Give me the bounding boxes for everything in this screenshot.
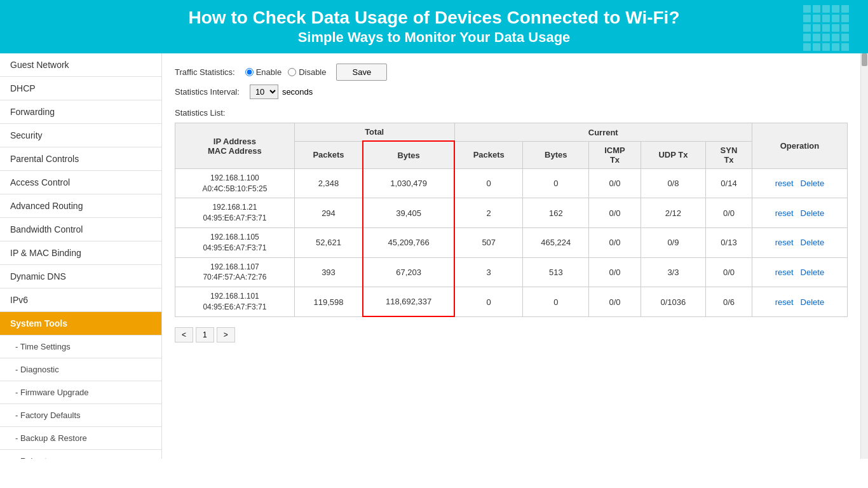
sidebar-item-parental-controls[interactable]: Parental Controls <box>0 147 161 171</box>
pagination: < 1 > <box>175 327 848 342</box>
sidebar-item-diagnostic[interactable]: - Diagnostic <box>0 358 161 381</box>
cell-operation: reset Delete <box>752 287 847 317</box>
cell-total-bytes: 67,203 <box>363 257 454 287</box>
cell-icmp-tx: 0/0 <box>589 257 641 287</box>
col-header-current-bytes: Bytes <box>523 141 589 168</box>
sidebar-item-firmware-upgrade[interactable]: - Firmware Upgrade <box>0 381 161 404</box>
header-title-line1: How to Check Data Usage of Devices Conne… <box>0 6 868 29</box>
col-header-total-bytes: Bytes <box>363 141 454 168</box>
sidebar-item-ipv6[interactable]: IPv6 <box>0 288 161 312</box>
cell-current-bytes: 0 <box>523 287 589 317</box>
cell-total-packets: 2,348 <box>294 168 363 198</box>
cell-current-bytes: 0 <box>523 168 589 198</box>
traffic-radio-group: Enable Disable <box>245 67 327 77</box>
delete-link[interactable]: Delete <box>801 208 825 218</box>
sidebar-item-system-tools[interactable]: System Tools <box>0 312 161 336</box>
reset-link[interactable]: reset <box>775 179 794 188</box>
sidebar-item-bandwidth-control[interactable]: Bandwidth Control <box>0 218 161 241</box>
header-decoration <box>803 5 849 51</box>
delete-link[interactable]: Delete <box>801 297 825 307</box>
reset-link[interactable]: reset <box>775 238 794 247</box>
traffic-controls: Traffic Statistics: Enable Disable Save <box>175 64 848 81</box>
delete-link[interactable]: Delete <box>801 238 825 247</box>
cell-operation: reset Delete <box>752 228 847 258</box>
sidebar: Guest Network DHCP Forwarding Security P… <box>0 53 162 459</box>
cell-udp-tx: 2/12 <box>641 198 705 228</box>
main-content: Traffic Statistics: Enable Disable Save … <box>162 53 860 459</box>
enable-radio-label[interactable]: Enable <box>245 67 281 77</box>
page-btn-1[interactable]: 1 <box>196 327 214 342</box>
sidebar-item-forwarding[interactable]: Forwarding <box>0 100 161 124</box>
statistics-list-label: Statistics List: <box>175 108 848 118</box>
sidebar-item-reboot[interactable]: - Reboot <box>0 450 161 459</box>
cell-udp-tx: 3/3 <box>641 257 705 287</box>
sidebar-item-dynamic-dns[interactable]: Dynamic DNS <box>0 265 161 288</box>
page-btn-prev[interactable]: < <box>175 327 193 342</box>
cell-syn-tx: 0/0 <box>706 257 752 287</box>
cell-current-bytes: 162 <box>523 198 589 228</box>
interval-unit: seconds <box>282 87 313 97</box>
scrollbar-thumb[interactable] <box>862 53 867 66</box>
reset-link[interactable]: reset <box>775 268 794 277</box>
cell-operation: reset Delete <box>752 198 847 228</box>
sidebar-item-security[interactable]: Security <box>0 124 161 147</box>
col-header-syn-tx: SYNTx <box>706 141 752 168</box>
cell-icmp-tx: 0/0 <box>589 228 641 258</box>
disable-radio-label[interactable]: Disable <box>288 67 326 77</box>
delete-link[interactable]: Delete <box>801 179 825 188</box>
sidebar-item-backup-restore[interactable]: - Backup & Restore <box>0 427 161 450</box>
cell-current-bytes: 513 <box>523 257 589 287</box>
sidebar-item-factory-defaults[interactable]: - Factory Defaults <box>0 404 161 427</box>
cell-total-bytes: 45,209,766 <box>363 228 454 258</box>
cell-current-bytes: 465,224 <box>523 228 589 258</box>
cell-ip-mac: 192.168.1.2104:95:E6:A7:F3:71 <box>175 198 295 228</box>
cell-udp-tx: 0/1036 <box>641 287 705 317</box>
cell-ip-mac: 192.168.1.10104:95:E6:A7:F3:71 <box>175 287 295 317</box>
interval-group: 5 10 20 30 seconds <box>250 85 313 99</box>
enable-radio[interactable] <box>245 68 254 76</box>
cell-current-packets: 0 <box>454 168 523 198</box>
enable-label: Enable <box>256 67 281 77</box>
cell-icmp-tx: 0/0 <box>589 168 641 198</box>
sidebar-item-dhcp[interactable]: DHCP <box>0 77 161 100</box>
cell-current-packets: 507 <box>454 228 523 258</box>
disable-radio[interactable] <box>288 68 296 76</box>
cell-current-packets: 0 <box>454 287 523 317</box>
cell-operation: reset Delete <box>752 168 847 198</box>
delete-link[interactable]: Delete <box>801 268 825 277</box>
col-header-udp-tx: UDP Tx <box>641 141 705 168</box>
main-layout: Guest Network DHCP Forwarding Security P… <box>0 53 868 459</box>
sidebar-item-advanced-routing[interactable]: Advanced Routing <box>0 194 161 218</box>
sidebar-item-time-settings[interactable]: - Time Settings <box>0 336 161 358</box>
cell-syn-tx: 0/6 <box>706 287 752 317</box>
table-row: 192.168.1.10104:95:E6:A7:F3:71 119,598 1… <box>175 287 848 317</box>
cell-icmp-tx: 0/0 <box>589 287 641 317</box>
cell-udp-tx: 0/9 <box>641 228 705 258</box>
reset-link[interactable]: reset <box>775 297 794 307</box>
cell-total-bytes: 1,030,479 <box>363 168 454 198</box>
cell-icmp-tx: 0/0 <box>589 198 641 228</box>
col-header-total-packets: Packets <box>294 141 363 168</box>
save-button[interactable]: Save <box>336 64 387 81</box>
interval-select[interactable]: 5 10 20 30 <box>250 85 278 99</box>
cell-ip-mac: 192.168.1.100A0:4C:5B:10:F5:25 <box>175 168 295 198</box>
cell-current-packets: 3 <box>454 257 523 287</box>
sidebar-item-guest-network[interactable]: Guest Network <box>0 53 161 77</box>
traffic-statistics-label: Traffic Statistics: <box>175 67 235 77</box>
sidebar-item-ip-mac-binding[interactable]: IP & MAC Binding <box>0 241 161 265</box>
cell-syn-tx: 0/14 <box>706 168 752 198</box>
table-row: 192.168.1.100A0:4C:5B:10:F5:25 2,348 1,0… <box>175 168 848 198</box>
right-scrollbar[interactable] <box>860 53 868 459</box>
col-header-operation: Operation <box>752 123 847 169</box>
cell-total-packets: 294 <box>294 198 363 228</box>
table-row: 192.168.1.10504:95:E6:A7:F3:71 52,621 45… <box>175 228 848 258</box>
sidebar-item-access-control[interactable]: Access Control <box>0 171 161 194</box>
page-btn-next[interactable]: > <box>217 327 235 342</box>
cell-current-packets: 2 <box>454 198 523 228</box>
cell-operation: reset Delete <box>752 257 847 287</box>
cell-ip-mac: 192.168.1.10770:4F:57:AA:72:76 <box>175 257 295 287</box>
reset-link[interactable]: reset <box>775 208 794 218</box>
cell-total-bytes: 118,692,337 <box>363 287 454 317</box>
cell-total-packets: 393 <box>294 257 363 287</box>
table-row: 192.168.1.10770:4F:57:AA:72:76 393 67,20… <box>175 257 848 287</box>
